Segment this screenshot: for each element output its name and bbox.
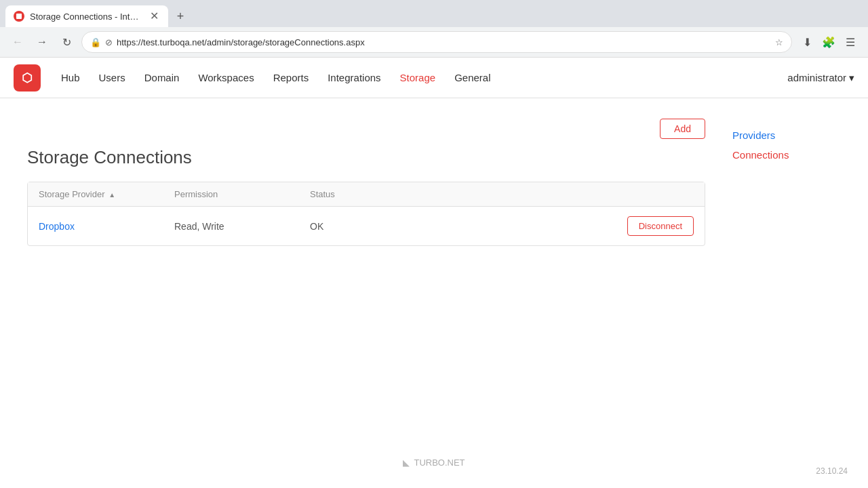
nav-user[interactable]: administrator ▾ <box>787 72 854 84</box>
toolbar-actions: ⬇ 🧩 ☰ <box>797 33 860 52</box>
tab-bar: Storage Connections - Integrati... ✕ + <box>0 0 868 27</box>
nav-hub[interactable]: Hub <box>61 72 80 83</box>
sidebar-providers[interactable]: Providers <box>732 125 841 145</box>
nav-users[interactable]: Users <box>99 72 125 83</box>
disconnect-button[interactable]: Disconnect <box>627 216 694 236</box>
add-btn-container: Add <box>27 119 705 139</box>
nav-domain[interactable]: Domain <box>144 72 180 83</box>
storage-table: Storage Provider ▲ Permission Status Dro… <box>27 182 705 246</box>
info-icon: ⊘ <box>105 37 113 47</box>
browser-toolbar: ← → ↻ 🔒 ⊘ https://test.turboqa.net/admin… <box>0 27 868 57</box>
cell-permission: Read, Write <box>174 221 310 232</box>
address-bar[interactable]: 🔒 ⊘ https://test.turboqa.net/admin/stora… <box>81 31 792 53</box>
forward-button[interactable]: → <box>33 33 52 52</box>
sort-indicator: ▲ <box>108 191 115 199</box>
col-header-provider[interactable]: Storage Provider ▲ <box>39 189 174 199</box>
nav-storage[interactable]: Storage <box>400 72 436 83</box>
extensions-icon[interactable]: 🧩 <box>819 33 838 52</box>
cell-provider: Dropbox <box>39 221 174 232</box>
tab-close-button[interactable]: ✕ <box>149 9 160 23</box>
nav-general[interactable]: General <box>454 72 490 83</box>
app-logo[interactable]: ⬡ <box>14 64 41 92</box>
page-content: Add Storage Connections Storage Provider… <box>0 98 868 266</box>
user-name: administrator <box>787 72 846 83</box>
url-text: https://test.turboqa.net/admin/storage/s… <box>117 37 771 47</box>
nav-workspaces[interactable]: Workspaces <box>198 72 254 83</box>
back-button[interactable]: ← <box>8 33 27 52</box>
sidebar: Providers Connections <box>732 119 841 246</box>
menu-icon[interactable]: ☰ <box>841 33 860 52</box>
bookmark-icon[interactable]: ☆ <box>775 37 783 47</box>
user-dropdown-icon: ▾ <box>849 72 854 84</box>
page-title: Storage Connections <box>27 147 705 168</box>
nav-integrations[interactable]: Integrations <box>328 72 380 83</box>
nav-reports[interactable]: Reports <box>273 72 309 83</box>
new-tab-button[interactable]: + <box>171 7 190 26</box>
tab-favicon <box>14 11 24 22</box>
table-row: Dropbox Read, Write OK Disconnect <box>28 207 705 245</box>
col-header-status: Status <box>310 189 412 199</box>
reload-button[interactable]: ↻ <box>57 33 76 52</box>
security-icon: 🔒 <box>90 37 101 47</box>
main-content: Add Storage Connections Storage Provider… <box>27 119 705 246</box>
active-tab[interactable]: Storage Connections - Integrati... ✕ <box>5 5 168 27</box>
cell-action: Disconnect <box>412 216 694 236</box>
nav-links: Hub Users Domain Workspaces Reports Inte… <box>61 72 787 83</box>
sidebar-connections[interactable]: Connections <box>732 145 841 165</box>
tab-title: Storage Connections - Integrati... <box>30 12 143 22</box>
downloads-icon[interactable]: ⬇ <box>797 33 816 52</box>
logo-icon: ⬡ <box>22 70 33 85</box>
table-header: Storage Provider ▲ Permission Status <box>28 182 705 207</box>
cell-status: OK <box>310 221 412 232</box>
browser-chrome: Storage Connections - Integrati... ✕ + ←… <box>0 0 868 58</box>
add-button[interactable]: Add <box>660 119 705 139</box>
col-header-permission: Permission <box>174 189 310 199</box>
app-nav: ⬡ Hub Users Domain Workspaces Reports In… <box>0 58 868 98</box>
provider-link[interactable]: Dropbox <box>39 221 75 232</box>
